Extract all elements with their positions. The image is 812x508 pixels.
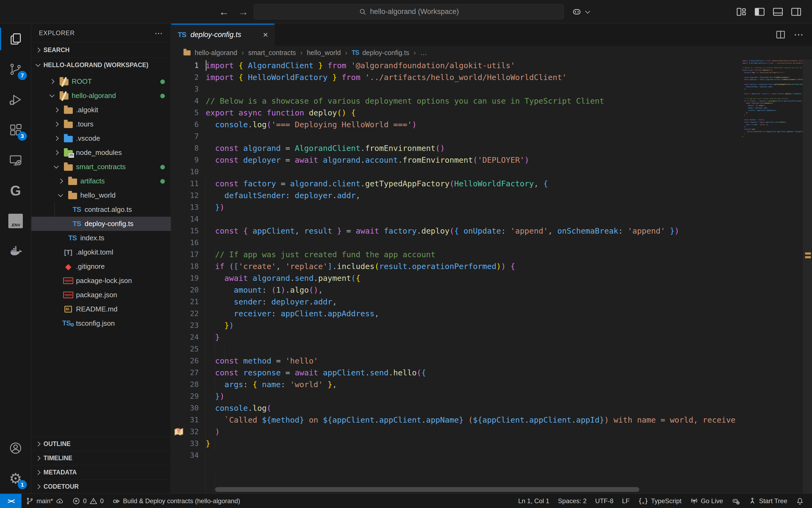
- line-number: 21: [171, 296, 206, 308]
- code-line-10: [206, 166, 742, 178]
- tree-item-contract.algo.ts[interactable]: TScontract.algo.ts: [32, 203, 171, 217]
- tree-item-.gitignore[interactable]: ◆.gitignore: [32, 259, 171, 273]
- tree-item-hello-algorand[interactable]: hello-algorand: [32, 89, 171, 103]
- vertical-scrollbar[interactable]: [803, 59, 812, 494]
- tree-item-artifacts[interactable]: artifacts: [32, 174, 171, 188]
- code-line-9: const deployer = await algorand.account.…: [742, 78, 803, 81]
- status-remote[interactable]: ><: [0, 494, 22, 508]
- chevron-right-icon: [36, 470, 40, 475]
- code-line-32: ): [742, 133, 803, 135]
- tree-item-package.json[interactable]: npmpackage.json: [32, 288, 171, 302]
- toggle-primary-sidebar-icon[interactable]: [754, 6, 765, 17]
- code-line-7: [206, 130, 742, 142]
- activity-settings[interactable]: ⚙1: [0, 463, 31, 494]
- tree-item-deploy-config.ts[interactable]: TSdeploy-config.ts: [32, 217, 171, 231]
- breadcrumb-item[interactable]: TSdeploy-config.ts: [352, 49, 410, 57]
- code-line-16: [742, 95, 803, 97]
- tree-item-node_modules[interactable]: JSnode_modules: [32, 145, 171, 160]
- breadcrumb-item[interactable]: hello_world: [307, 49, 341, 57]
- activity-extensions[interactable]: 3: [0, 115, 31, 145]
- sidebar-more-actions[interactable]: ⋯: [155, 29, 163, 38]
- close-tab-icon[interactable]: ×: [263, 30, 268, 39]
- tree-item-smart_contracts[interactable]: smart_contracts: [32, 160, 171, 174]
- activity-source-control[interactable]: 7: [0, 54, 31, 84]
- status-encoding[interactable]: UTF-8: [591, 494, 618, 508]
- tree-item-label: .algokit.toml: [76, 248, 113, 256]
- forward-button[interactable]: →: [238, 7, 248, 17]
- status-go-live[interactable]: Go Live: [686, 494, 727, 508]
- code-content[interactable]: import { AlgorandClient } from '@algoran…: [206, 59, 742, 461]
- status-problems[interactable]: 00: [68, 494, 108, 508]
- activity-docker[interactable]: [0, 236, 31, 266]
- status-indentation[interactable]: Spaces: 2: [554, 494, 591, 508]
- tree-item-.tours[interactable]: .tours: [32, 117, 171, 131]
- status-notifications[interactable]: [792, 494, 808, 508]
- code-line-14: [742, 90, 803, 93]
- code-line-8: const algorand = AlgorandClient.fromEnvi…: [742, 76, 803, 79]
- workspace-header[interactable]: HELLO-ALGORAND (WORKSPACE): [32, 58, 171, 73]
- tree-item-package-lock.json[interactable]: npmpackage-lock.json: [32, 273, 171, 288]
- section-timeline[interactable]: TIMELINE: [32, 451, 171, 465]
- horizontal-scrollbar[interactable]: [215, 487, 639, 492]
- tab-deploy-config[interactable]: TS deploy-config.ts ×: [171, 24, 275, 46]
- tree-item-label: artifacts: [80, 177, 105, 185]
- sidebar-header: EXPLORER ⋯: [32, 24, 171, 42]
- line-number: 7: [171, 130, 206, 142]
- file-tree: ROOThello-algorand.algokit.tours.vscodeJ…: [32, 74, 171, 332]
- status-eol[interactable]: LF: [618, 494, 634, 508]
- toggle-secondary-sidebar-icon[interactable]: [790, 6, 802, 17]
- copilot-menu-button[interactable]: [571, 5, 589, 19]
- git-modified-dot: [160, 165, 165, 169]
- breadcrumb-item[interactable]: …: [420, 49, 427, 57]
- customize-layout-icon[interactable]: [736, 6, 747, 17]
- breadcrumb-item[interactable]: hello-algorand: [183, 49, 237, 57]
- tree-item-.vscode[interactable]: .vscode: [32, 131, 171, 145]
- status-branch[interactable]: main*: [22, 494, 68, 508]
- titlebar: ← → hello-algorand (Workspace): [0, 0, 812, 24]
- status-task[interactable]: Build & Deploy contracts (hello-algorand…: [108, 494, 244, 508]
- activity-dotenv[interactable]: .ENV: [0, 206, 31, 236]
- back-button[interactable]: ←: [219, 7, 229, 17]
- status-cursor-position[interactable]: Ln 1, Col 1: [514, 494, 554, 508]
- section-outline[interactable]: OUTLINE: [32, 436, 171, 451]
- tree-item-hello_world[interactable]: hello_world: [32, 188, 171, 203]
- activity-accounts[interactable]: [0, 433, 31, 463]
- code-area[interactable]: 1234567891011121314151617181920212223242…: [171, 59, 812, 494]
- section-search[interactable]: SEARCH: [32, 42, 171, 58]
- tree-item-README.md[interactable]: M↓README.md: [32, 302, 171, 316]
- section-codetour[interactable]: CODETOUR: [32, 479, 171, 494]
- editor-group: TS deploy-config.ts × ⋯ hello-algorand›s…: [171, 24, 812, 494]
- command-center-search[interactable]: hello-algorand (Workspace): [254, 4, 564, 19]
- status-language[interactable]: {✕}TypeScript: [634, 494, 686, 508]
- tree-item-ROOT[interactable]: ROOT: [32, 74, 171, 89]
- minimap[interactable]: import { AlgorandClient } from '@algoran…: [742, 59, 803, 494]
- activity-explorer[interactable]: [0, 24, 31, 54]
- status-start-tree[interactable]: Start Tree: [744, 494, 792, 508]
- section-metadata[interactable]: METADATA: [32, 465, 171, 479]
- chevron-icon: [54, 108, 58, 112]
- explorer-sidebar: EXPLORER ⋯ SEARCH HELLO-ALGORAND (WORKSP…: [32, 24, 171, 494]
- tree-item-.algokit[interactable]: .algokit: [32, 103, 171, 117]
- activity-run-debug[interactable]: [0, 84, 31, 115]
- codetour-map-marker-icon[interactable]: [173, 426, 185, 438]
- code-line-26: const method = 'hello': [206, 355, 742, 367]
- tree-item-label: package-lock.json: [76, 277, 132, 285]
- section-label: TIMELINE: [43, 455, 72, 462]
- tree-item-index.ts[interactable]: TSindex.ts: [32, 231, 171, 245]
- activity-remote-explorer[interactable]: [0, 145, 31, 175]
- chevron-right-icon: [36, 47, 40, 52]
- tree-item-label: .algokit: [76, 106, 98, 114]
- status-copilot[interactable]: [727, 494, 744, 508]
- section-label: CODETOUR: [43, 483, 79, 490]
- breadcrumb-item[interactable]: smart_contracts: [248, 49, 296, 57]
- code-line-11: const factory = algorand.client.getTyped…: [742, 83, 803, 86]
- tree-item-tsconfig.json[interactable]: TS⚙tsconfig.json: [32, 316, 171, 331]
- toggle-panel-icon[interactable]: [772, 6, 783, 17]
- folder-icon: [64, 164, 73, 171]
- activity-gitlens[interactable]: G: [0, 175, 31, 206]
- split-editor-icon[interactable]: [775, 30, 786, 40]
- tree-item-.algokit.toml[interactable]: [T].algokit.toml: [32, 245, 171, 259]
- more-actions-icon[interactable]: ⋯: [794, 29, 804, 40]
- git-modified-dot: [160, 80, 165, 84]
- tree-item-label: hello_world: [80, 191, 116, 200]
